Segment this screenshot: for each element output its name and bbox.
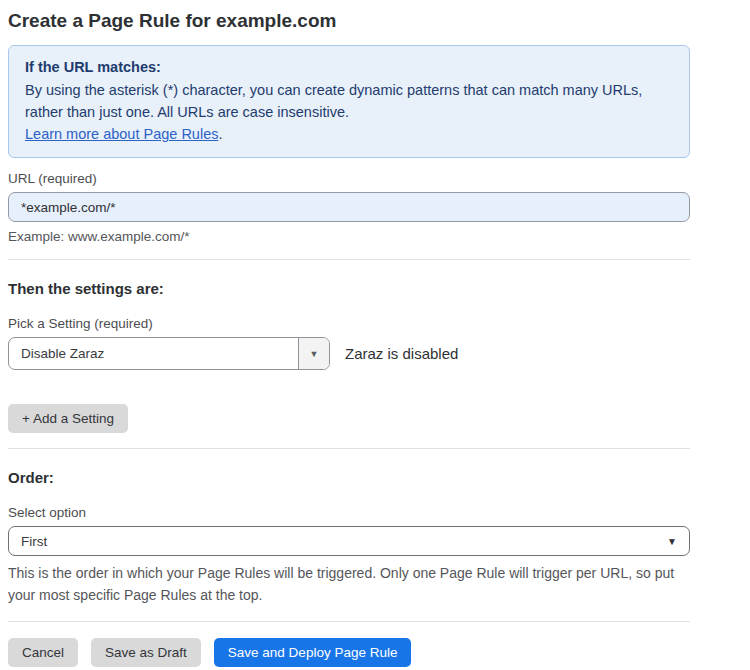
divider xyxy=(8,448,690,449)
info-box-link-line: Learn more about Page Rules. xyxy=(25,123,673,145)
setting-row: Disable Zaraz ▼ Zaraz is disabled xyxy=(8,337,690,370)
settings-section-heading: Then the settings are: xyxy=(8,280,690,297)
info-box-body: By using the asterisk (*) character, you… xyxy=(25,79,645,123)
learn-more-link[interactable]: Learn more about Page Rules xyxy=(25,126,218,142)
page-title: Create a Page Rule for example.com xyxy=(8,10,690,32)
link-period: . xyxy=(218,126,222,142)
url-field-label: URL (required) xyxy=(8,171,690,186)
order-select-label: Select option xyxy=(8,505,690,520)
url-match-info-box: If the URL matches: By using the asteris… xyxy=(8,45,690,158)
divider xyxy=(8,259,690,260)
setting-select[interactable]: Disable Zaraz ▼ xyxy=(8,337,330,370)
order-section-heading: Order: xyxy=(8,469,690,486)
order-help-text: This is the order in which your Page Rul… xyxy=(8,562,684,606)
info-box-heading: If the URL matches: xyxy=(25,56,673,78)
setting-select-arrow-box[interactable]: ▼ xyxy=(298,338,329,369)
save-and-deploy-button[interactable]: Save and Deploy Page Rule xyxy=(214,638,412,667)
setting-select-value: Disable Zaraz xyxy=(9,338,298,369)
chevron-down-icon: ▼ xyxy=(667,536,677,547)
save-as-draft-button[interactable]: Save as Draft xyxy=(91,638,201,667)
divider xyxy=(8,621,690,622)
add-setting-button[interactable]: + Add a Setting xyxy=(8,404,128,433)
form-actions: Cancel Save as Draft Save and Deploy Pag… xyxy=(8,638,690,667)
cancel-button[interactable]: Cancel xyxy=(8,638,78,667)
chevron-down-icon: ▼ xyxy=(310,349,319,359)
page-rule-form: Create a Page Rule for example.com If th… xyxy=(0,0,690,667)
setting-status-text: Zaraz is disabled xyxy=(345,345,458,362)
order-select-value: First xyxy=(21,534,667,549)
setting-picker-label: Pick a Setting (required) xyxy=(8,316,690,331)
url-example-text: Example: www.example.com/* xyxy=(8,229,690,244)
url-input[interactable] xyxy=(8,192,690,222)
order-select[interactable]: First ▼ xyxy=(8,526,690,556)
